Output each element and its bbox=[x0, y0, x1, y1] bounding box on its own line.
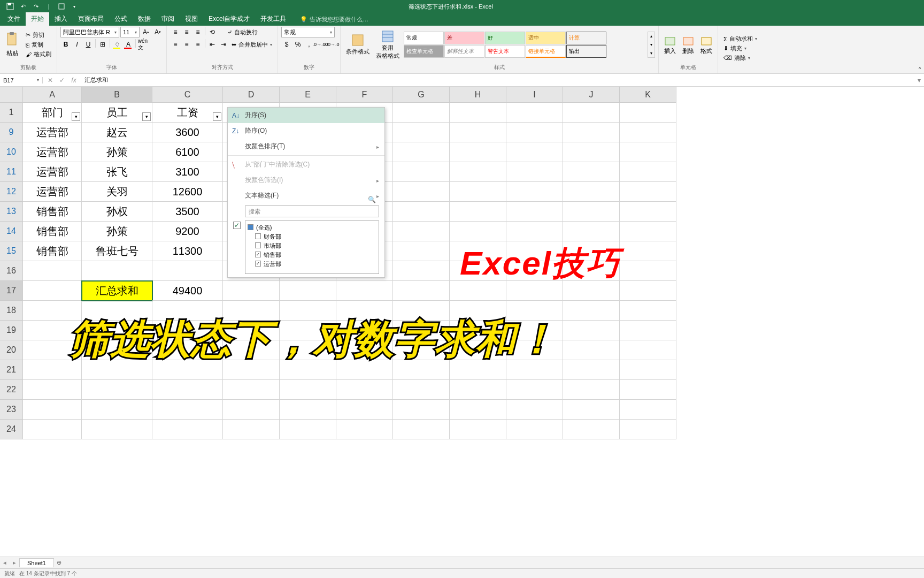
cell-G9[interactable] bbox=[393, 123, 450, 142]
cell-C12[interactable]: 12600 bbox=[152, 182, 223, 202]
merge-center-button[interactable]: ⬌合并后居中▾ bbox=[229, 39, 274, 50]
filter-dropdown-B[interactable]: ▾ bbox=[142, 112, 151, 121]
row-header-10[interactable]: 10 bbox=[0, 142, 23, 162]
cell-B23[interactable] bbox=[82, 400, 152, 420]
conditional-format-button[interactable]: 条件格式 bbox=[344, 33, 372, 57]
style-bad[interactable]: 差 bbox=[444, 32, 484, 44]
row-header-13[interactable]: 13 bbox=[0, 202, 23, 222]
cell-G24[interactable] bbox=[393, 420, 450, 439]
cell-D22[interactable] bbox=[223, 380, 280, 400]
cell-C16[interactable] bbox=[152, 261, 223, 281]
cell-A22[interactable] bbox=[23, 380, 82, 400]
row-header-22[interactable]: 22 bbox=[0, 380, 23, 400]
cell-G11[interactable] bbox=[393, 162, 450, 182]
bold-button[interactable]: B bbox=[60, 39, 71, 50]
cell-A11[interactable]: 运营部 bbox=[23, 162, 82, 182]
cell-G23[interactable] bbox=[393, 400, 450, 420]
tell-me-search[interactable]: 💡 告诉我您想要做什么… bbox=[297, 13, 372, 26]
formula-input[interactable]: 汇总求和 bbox=[81, 76, 914, 84]
col-header-J[interactable]: J bbox=[563, 87, 620, 103]
font-name-combo[interactable]: 阿里巴巴普惠体 R▾ bbox=[60, 27, 119, 37]
cell-J19[interactable] bbox=[563, 321, 620, 340]
cell-J21[interactable] bbox=[563, 360, 620, 380]
cell-K13[interactable] bbox=[620, 202, 676, 222]
copy-button[interactable]: ⎘复制 bbox=[24, 40, 53, 49]
cell-B12[interactable]: 关羽 bbox=[82, 182, 152, 202]
cell-A16[interactable] bbox=[23, 261, 82, 281]
cell-K23[interactable] bbox=[620, 400, 676, 420]
wrap-text-button[interactable]: ⤶自动换行 bbox=[225, 27, 260, 37]
cell-B9[interactable]: 赵云 bbox=[82, 123, 152, 142]
cell-J13[interactable] bbox=[563, 202, 620, 222]
cell-H12[interactable] bbox=[450, 182, 506, 202]
cell-B15[interactable]: 鲁班七号 bbox=[82, 241, 152, 261]
increase-font-button[interactable]: A▴ bbox=[141, 27, 151, 37]
filter-value-item[interactable]: (全选) bbox=[247, 223, 378, 232]
cell-K16[interactable] bbox=[620, 261, 676, 281]
cell-C15[interactable]: 11300 bbox=[152, 241, 223, 261]
autosum-button[interactable]: Σ自动求和▾ bbox=[721, 34, 759, 43]
sort-descending[interactable]: Z↓ 降序(O) bbox=[228, 123, 384, 139]
cell-K22[interactable] bbox=[620, 380, 676, 400]
delete-cells-button[interactable]: 删除 bbox=[680, 33, 696, 56]
cell-J12[interactable] bbox=[563, 182, 620, 202]
italic-button[interactable]: I bbox=[72, 39, 82, 50]
row-header-11[interactable]: 11 bbox=[0, 162, 23, 182]
cell-J10[interactable] bbox=[563, 142, 620, 162]
col-header-I[interactable]: I bbox=[506, 87, 563, 103]
col-header-C[interactable]: C bbox=[152, 87, 223, 103]
cell-K9[interactable] bbox=[620, 123, 676, 142]
style-scroll-down[interactable]: ▾ bbox=[648, 41, 654, 49]
cell-I9[interactable] bbox=[506, 123, 563, 142]
cell-I23[interactable] bbox=[506, 400, 563, 420]
font-color-button[interactable]: A bbox=[123, 39, 134, 50]
clear-filter[interactable]: ⧹ 从"部门"中清除筛选(C) bbox=[228, 157, 384, 172]
cell-G14[interactable] bbox=[393, 222, 450, 241]
cell-H24[interactable] bbox=[450, 420, 506, 439]
cell-B22[interactable] bbox=[82, 380, 152, 400]
fill-button[interactable]: ⬇填充▾ bbox=[721, 44, 759, 53]
cell-C22[interactable] bbox=[152, 380, 223, 400]
cell-K12[interactable] bbox=[620, 182, 676, 202]
cell-A17[interactable] bbox=[23, 281, 82, 301]
cell-J9[interactable] bbox=[563, 123, 620, 142]
text-filters[interactable]: 文本筛选(F) ▸ bbox=[228, 188, 384, 203]
col-header-B[interactable]: B bbox=[82, 87, 152, 103]
cell-H1[interactable] bbox=[450, 103, 506, 123]
cell-I1[interactable] bbox=[506, 103, 563, 123]
cell-A12[interactable]: 运营部 bbox=[23, 182, 82, 202]
cell-J18[interactable] bbox=[563, 301, 620, 321]
style-explanatory[interactable]: 解释性文本 bbox=[444, 45, 484, 58]
format-as-table-button[interactable]: 套用 表格格式 bbox=[374, 29, 402, 61]
cell-I13[interactable] bbox=[506, 202, 563, 222]
decrease-font-button[interactable]: A▾ bbox=[152, 27, 163, 37]
cell-K17[interactable] bbox=[620, 281, 676, 301]
cell-A23[interactable] bbox=[23, 400, 82, 420]
select-all-corner[interactable] bbox=[0, 87, 23, 103]
cell-J11[interactable] bbox=[563, 162, 620, 182]
cell-G15[interactable] bbox=[393, 241, 450, 261]
cell-I14[interactable] bbox=[506, 222, 563, 241]
decrease-decimal-button[interactable]: .00→.0 bbox=[326, 39, 337, 50]
cell-K10[interactable] bbox=[620, 142, 676, 162]
number-format-combo[interactable]: 常规▾ bbox=[281, 27, 335, 37]
row-header-21[interactable]: 21 bbox=[0, 360, 23, 380]
cell-B1[interactable]: 员工▾ bbox=[82, 103, 152, 123]
phonetic-button[interactable]: wén文 bbox=[137, 39, 148, 50]
fill-color-button[interactable]: ♢ bbox=[112, 39, 122, 50]
style-normal[interactable]: 常规 bbox=[404, 32, 444, 44]
cell-B10[interactable]: 孙策 bbox=[82, 142, 152, 162]
cell-D23[interactable] bbox=[223, 400, 280, 420]
style-scroll-up[interactable]: ▴ bbox=[648, 32, 654, 41]
font-size-combo[interactable]: 11▾ bbox=[120, 27, 140, 37]
insert-function-button[interactable]: fx bbox=[68, 75, 79, 86]
cell-H23[interactable] bbox=[450, 400, 506, 420]
row-header-15[interactable]: 15 bbox=[0, 241, 23, 261]
cell-A10[interactable]: 运营部 bbox=[23, 142, 82, 162]
row-header-18[interactable]: 18 bbox=[0, 301, 23, 321]
cell-E17[interactable] bbox=[280, 281, 336, 301]
col-header-F[interactable]: F bbox=[336, 87, 393, 103]
row-header-16[interactable]: 16 bbox=[0, 261, 23, 281]
style-good[interactable]: 好 bbox=[485, 32, 525, 44]
decrease-indent-button[interactable]: ⇤ bbox=[207, 39, 218, 50]
